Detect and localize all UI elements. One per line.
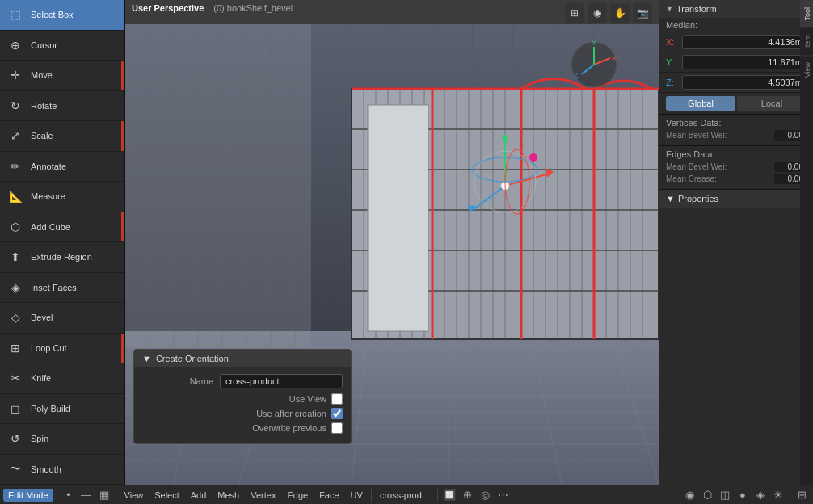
tool-measure[interactable]: 📐 Measure xyxy=(0,182,124,212)
scope-local-btn[interactable]: Local xyxy=(737,96,807,111)
bb-face-mode-icon[interactable]: ▦ xyxy=(96,487,112,503)
knife-icon: ✂ xyxy=(6,369,24,387)
poly-build-label: Poly Build xyxy=(31,404,70,414)
bb-sep-2 xyxy=(116,489,116,502)
tool-smooth[interactable]: 〜 Smooth xyxy=(0,455,124,485)
measure-label: Measure xyxy=(31,191,65,201)
tool-move[interactable]: ✛ Move xyxy=(0,61,124,91)
properties-header[interactable]: ▼ Properties xyxy=(659,190,813,208)
tool-inset-faces[interactable]: ◈ Inset Faces xyxy=(0,273,124,304)
transform-title: Transform xyxy=(676,4,717,14)
scope-global-btn[interactable]: Global xyxy=(666,96,735,111)
tool-spin[interactable]: ↺ Spin xyxy=(0,424,124,455)
bevel-label: Bevel xyxy=(31,313,53,322)
camera-icon[interactable]: 📷 xyxy=(633,3,652,23)
transform-y-row: Y: 11.671m xyxy=(659,52,813,73)
bb-face-btn[interactable]: Face xyxy=(314,489,343,502)
bb-view-btn[interactable]: View xyxy=(120,489,149,502)
scale-icon: ⤢ xyxy=(6,127,24,145)
measure-icon: 📐 xyxy=(6,187,24,205)
select-box-label: Select Box xyxy=(31,10,74,19)
bb-xray-icon[interactable]: ◫ xyxy=(717,487,733,503)
right-side-tabs: Tool Item View xyxy=(800,0,813,485)
tool-add-cube[interactable]: ⬡ Add Cube xyxy=(0,212,124,243)
bb-material-icon[interactable]: ◈ xyxy=(752,487,769,503)
transform-x-row: X: 4.4136m xyxy=(659,32,813,52)
svg-rect-47 xyxy=(594,89,659,339)
tool-loop-cut[interactable]: ⊞ Loop Cut xyxy=(0,334,124,364)
co-name-row: Name xyxy=(142,374,343,388)
transform-z-value[interactable]: 4.5037m xyxy=(682,75,807,90)
co-use-after-checkbox[interactable] xyxy=(331,408,343,419)
left-toolbar: ⬚ Select Box ⊕ Cursor ✛ Move ↻ Rotate ⤢ … xyxy=(0,0,125,485)
transform-x-value[interactable]: 4.4136m xyxy=(682,35,807,49)
bb-solid-icon[interactable]: ● xyxy=(735,487,751,503)
tool-annotate[interactable]: ✏ Annotate xyxy=(0,152,124,183)
bb-editor-type-icon[interactable]: ⊞ xyxy=(794,487,810,503)
tool-cursor[interactable]: ⊕ Cursor xyxy=(0,31,124,61)
smooth-icon: 〜 xyxy=(6,460,24,478)
bb-vertex-btn[interactable]: Vertex xyxy=(246,489,280,502)
side-tab-tool[interactable]: Tool xyxy=(800,0,813,27)
side-tab-view[interactable]: View xyxy=(800,55,813,84)
face-overlay-icon[interactable]: ◉ xyxy=(588,3,607,23)
bb-snap-icon[interactable]: 🔲 xyxy=(441,487,457,503)
bb-uv-btn[interactable]: UV xyxy=(346,489,368,502)
co-overwrite-checkbox[interactable] xyxy=(331,422,343,434)
viewport[interactable]: User Perspective (0) bookShelf_bevel ⊞ ◉… xyxy=(125,0,659,485)
annotate-icon: ✏ xyxy=(6,158,24,175)
knife-label: Knife xyxy=(31,373,51,383)
tool-extrude-region[interactable]: ⬆ Extrude Region xyxy=(0,242,124,273)
co-use-view-checkbox[interactable] xyxy=(331,393,343,405)
bb-sep-4 xyxy=(437,489,438,502)
co-use-after-label: Use after creation xyxy=(256,409,326,418)
side-tab-item[interactable]: Item xyxy=(800,27,813,56)
bb-render-icon[interactable]: ◉ xyxy=(681,487,697,503)
tool-poly-build[interactable]: ◻ Poly Build xyxy=(0,394,124,425)
bb-more-icon[interactable]: ⋯ xyxy=(495,487,511,503)
spin-icon: ↺ xyxy=(6,430,24,447)
bb-edge-mode-icon[interactable]: — xyxy=(78,487,95,503)
tool-bevel[interactable]: ◇ Bevel xyxy=(0,303,124,334)
grid-icon-btn[interactable]: ⊞ xyxy=(565,3,584,23)
transform-x-label: X: xyxy=(666,37,682,47)
edit-mode-btn[interactable]: Edit Mode xyxy=(3,489,53,502)
vertices-data-section: Vertices Data: Mean Bevel Wei: 0.00 xyxy=(659,115,813,146)
bb-orientation-btn[interactable]: cross-prod... xyxy=(375,489,434,502)
bb-proportional-icon[interactable]: ◎ xyxy=(477,487,493,503)
rotate-icon: ↻ xyxy=(6,97,24,115)
tool-select-box[interactable]: ⬚ Select Box xyxy=(0,0,124,31)
tool-scale[interactable]: ⤢ Scale xyxy=(0,121,124,152)
bb-snap-toggle[interactable]: ⊕ xyxy=(459,487,475,503)
bb-mesh-btn[interactable]: Mesh xyxy=(213,489,244,502)
scale-label: Scale xyxy=(31,131,53,141)
tool-knife[interactable]: ✂ Knife xyxy=(0,363,124,394)
create-orientation-header[interactable]: ▼ Create Orientation xyxy=(134,350,351,368)
add-cube-label: Add Cube xyxy=(31,222,70,232)
loop-cut-icon: ⊞ xyxy=(6,339,24,357)
bb-select-btn[interactable]: Select xyxy=(150,489,184,502)
select-box-icon: ⬚ xyxy=(6,6,24,23)
cursor-label: Cursor xyxy=(31,40,57,50)
bb-edge-btn[interactable]: Edge xyxy=(282,489,313,502)
co-name-input[interactable] xyxy=(220,374,343,388)
edges-bevel-key: Mean Bevel Wei: xyxy=(666,162,727,171)
vertices-bevel-key: Mean Bevel Wei: xyxy=(666,131,727,140)
edges-data-section: Edges Data: Mean Bevel Wei: 0.00 Mean Cr… xyxy=(659,146,813,190)
bb-rendered-icon[interactable]: ☀ xyxy=(770,487,786,503)
bb-add-btn[interactable]: Add xyxy=(186,489,212,502)
bb-vertex-mode-icon[interactable]: • xyxy=(61,487,77,503)
transform-y-value[interactable]: 11.671m xyxy=(682,55,807,69)
view-title: User Perspective xyxy=(132,3,204,13)
svg-point-89 xyxy=(529,153,537,162)
properties-title: Properties xyxy=(678,194,718,204)
cursor-icon: ⊕ xyxy=(6,36,24,54)
inset-faces-label: Inset Faces xyxy=(31,283,77,292)
co-overwrite-row: Overwrite previous xyxy=(142,422,343,434)
bb-sep-3 xyxy=(371,489,372,502)
bb-overlay-icon[interactable]: ⬡ xyxy=(699,487,715,503)
create-orientation-collapse-icon: ▼ xyxy=(142,354,151,363)
tool-rotate[interactable]: ↻ Rotate xyxy=(0,91,124,122)
hand-icon[interactable]: ✋ xyxy=(610,3,630,23)
transform-section-header[interactable]: ▼ Transform xyxy=(659,0,813,18)
